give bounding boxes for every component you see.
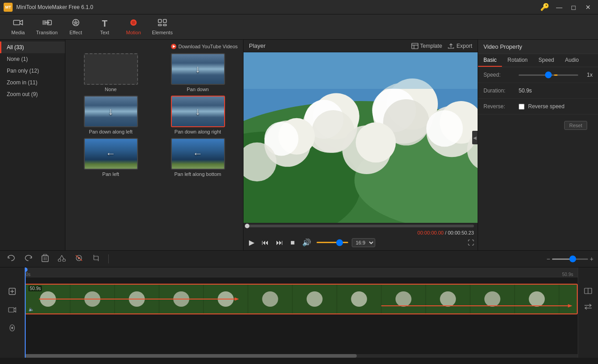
motion-item-pan-down-left[interactable]: ↓ Pan down along left <box>69 96 152 134</box>
toolbar-media-label: Media <box>11 30 25 35</box>
fullscreen-button[interactable]: ⛶ <box>468 239 474 246</box>
motion-item-pan-left-bottom[interactable]: ← Pan left along bottom <box>156 138 239 177</box>
toolbar-transition-label: Transition <box>36 30 58 35</box>
video-track-button[interactable] <box>6 304 18 317</box>
timeline-toolbar: − + <box>0 250 598 267</box>
toolbar-divider <box>108 254 109 263</box>
video-preview: ◀ <box>244 52 478 223</box>
tab-audio[interactable]: Audio <box>560 54 584 67</box>
toolbar-text[interactable]: T Text <box>90 16 119 38</box>
motion-grid-header: Download YouTube Videos <box>69 43 239 53</box>
panel-collapse-handle[interactable]: ◀ <box>472 131 478 144</box>
restore-button[interactable]: ◻ <box>567 2 580 12</box>
stop-button[interactable]: ■ <box>289 238 297 248</box>
add-track-button[interactable] <box>6 286 18 299</box>
motion-item-pan-down[interactable]: ↓ Pan down <box>156 53 239 92</box>
time-total: 00:00:50.23 <box>448 230 474 235</box>
redo-button[interactable] <box>22 253 35 265</box>
time-current: 00:00:00.00 <box>418 230 444 235</box>
sidebar-item-zoom-out[interactable]: Zoom out (9) <box>0 88 65 100</box>
timeline-scrollbar[interactable] <box>25 354 578 358</box>
svg-point-78 <box>307 291 322 307</box>
template-icon <box>411 43 419 49</box>
speed-row: Speed: 1x <box>478 67 598 83</box>
toolbar-transition[interactable]: Transition <box>32 16 61 38</box>
template-button[interactable]: Template <box>411 43 442 49</box>
window-controls: — ◻ ✕ <box>553 2 594 12</box>
toolbar-motion[interactable]: Motion <box>119 16 148 38</box>
motion-thumb-pan-down: ↓ <box>171 53 225 85</box>
detach-audio-button[interactable] <box>72 253 86 265</box>
sidebar: All (33) None (1) Pan only (12) Zoom in … <box>0 40 65 250</box>
player-controls-bar: 00:00:00.00 / 00:00:50.23 ▶ ⏮ ⏭ ■ 🔊 16:9… <box>244 223 478 250</box>
properties-panel: Video Property Basic Rotation Speed Audi… <box>478 40 598 250</box>
volume-slider[interactable] <box>317 242 348 243</box>
tab-speed[interactable]: Speed <box>533 54 560 67</box>
split-view-button[interactable] <box>582 286 594 298</box>
progress-knob[interactable] <box>245 224 249 228</box>
sidebar-item-none[interactable]: None (1) <box>0 53 65 65</box>
export-button[interactable]: Export <box>447 43 472 49</box>
zoom-in-button[interactable]: + <box>590 255 593 263</box>
sidebar-item-zoom-in[interactable]: Zoom in (11) <box>0 77 65 88</box>
tab-rotation[interactable]: Rotation <box>502 54 533 67</box>
progress-bar[interactable] <box>247 225 474 227</box>
volume-button[interactable]: 🔊 <box>300 237 313 248</box>
speed-slider[interactable] <box>519 74 578 76</box>
motion-item-pan-down-right[interactable]: ↓ Pan down along right <box>156 96 239 134</box>
properties-tabs: Basic Rotation Speed Audio <box>478 54 598 67</box>
effect-icon <box>71 18 81 29</box>
timeline-ruler: 0s 50.9s <box>25 267 578 277</box>
cut-button[interactable] <box>55 253 69 265</box>
svg-rect-0 <box>14 20 20 25</box>
toolbar-media[interactable]: Media <box>4 16 32 38</box>
svg-point-79 <box>351 291 367 307</box>
close-button[interactable]: ✕ <box>582 2 594 12</box>
toolbar-effect[interactable]: Effect <box>61 16 90 38</box>
clip-duration: 50.9s <box>28 286 42 291</box>
toolbar-elements[interactable]: Elements <box>148 16 177 38</box>
toolbar-text-label: Text <box>100 30 109 35</box>
prev-frame-button[interactable]: ⏮ <box>260 238 271 248</box>
aspect-ratio-select[interactable]: 16:9 9:16 4:3 1:1 <box>352 238 375 247</box>
motion-label-pan-left: Pan left <box>102 171 119 177</box>
reverse-checkbox[interactable] <box>519 104 524 110</box>
download-label[interactable]: Download YouTube Videos <box>179 44 238 49</box>
ruler-mark-end: 50.9s <box>562 272 573 277</box>
swap-button[interactable] <box>582 302 594 313</box>
delete-button[interactable] <box>39 252 51 266</box>
playhead[interactable] <box>25 267 26 358</box>
motion-item-pan-left[interactable]: ← Pan left <box>69 138 152 177</box>
template-label: Template <box>420 43 442 49</box>
transition-icon <box>42 18 52 29</box>
motion-item-none[interactable]: None <box>69 53 152 92</box>
tab-basic[interactable]: Basic <box>478 54 502 67</box>
timeline-tracks: 50.9s 🔈 <box>25 277 578 319</box>
reset-button[interactable]: Reset <box>564 121 587 130</box>
motion-label-pan-left-bottom: Pan left along bottom <box>175 171 221 177</box>
crop-button[interactable] <box>89 253 103 265</box>
motion-label-none: None <box>105 87 116 92</box>
svg-rect-39 <box>244 52 478 89</box>
player-header-buttons: Template Export <box>411 43 472 49</box>
video-clip[interactable]: 50.9s 🔈 <box>25 284 578 314</box>
scrollbar-thumb[interactable] <box>25 354 357 358</box>
duration-label: Duration: <box>483 88 515 94</box>
sidebar-item-all[interactable]: All (33) <box>0 41 65 53</box>
audio-track-button[interactable] <box>7 323 18 336</box>
next-frame-button[interactable]: ⏭ <box>274 238 285 248</box>
svg-rect-40 <box>42 256 48 262</box>
filmstrip-svg <box>26 285 577 313</box>
zoom-out-button[interactable]: − <box>547 255 550 263</box>
undo-button[interactable] <box>5 253 18 265</box>
svg-point-6 <box>132 21 135 24</box>
timeline-left-buttons <box>0 267 25 358</box>
minimize-button[interactable]: — <box>553 2 566 12</box>
svg-rect-43 <box>43 254 47 256</box>
zoom-slider[interactable] <box>552 258 588 260</box>
timeline: 0s 50.9s <box>0 267 598 358</box>
sidebar-item-pan-only[interactable]: Pan only (12) <box>0 65 65 77</box>
svg-line-47 <box>62 255 64 259</box>
svg-rect-7 <box>158 19 161 23</box>
play-button[interactable]: ▶ <box>247 237 256 248</box>
